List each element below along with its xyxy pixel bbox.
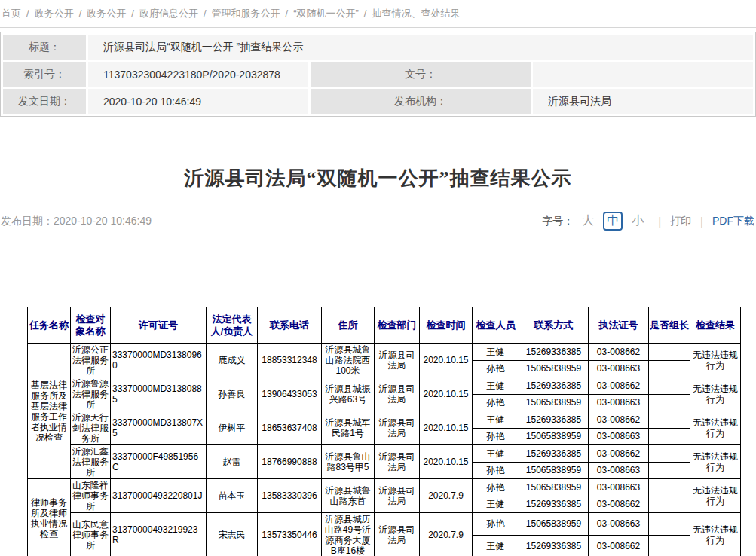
divider: | [658,215,661,228]
article-info-bar: 发布日期：2020-10-20 10:46:49 字号： 大 中 小 | 打印 … [0,212,756,246]
license-number-cell: 33370000MD31380960 [111,344,207,377]
license-number-cell: 33370000F49851956C [111,445,207,479]
is-leader-cell [649,411,690,429]
divider: | [700,215,703,228]
license-number-cell: 31370000493220801J [111,479,207,513]
inspector-name-cell: 王健 [473,496,519,513]
meta-value-doc-number [533,62,753,87]
department-cell: 沂源县司法局 [375,445,420,479]
department-cell: 沂源县司法局 [375,411,420,445]
document-meta-table: 标题： 沂源县司法局“双随机一公开 ”抽查结果公示 索引号： 113703230… [0,32,756,117]
inspector-cert-cell: 03-008662 [589,411,649,429]
font-size-large-button[interactable]: 大 [580,212,595,230]
is-leader-cell [649,428,690,445]
is-leader-cell [649,496,690,513]
result-cell: 无违法违规行为 [690,344,741,377]
inspector-contact-cell: 15269336385 [519,496,589,513]
column-header-2: 许可证号 [111,307,207,344]
publish-date-label: 发布日期： [1,215,54,227]
column-header-7: 检查时间 [420,307,473,344]
breadcrumb-link-double-random[interactable]: “双随机一公开” [293,8,359,19]
inspector-contact-cell: 15065838959 [519,513,589,536]
column-header-4: 联系电话 [258,307,322,344]
meta-label-agency: 发布机构： [311,89,531,114]
inspector-name-cell: 王健 [473,411,519,429]
result-cell: 无违法违规行为 [690,411,741,445]
task-name-cell: 基层法律服务所及基层法律服务工作者执业情况检查 [28,344,71,479]
address-cell: 沂源县城振兴路63号 [322,377,375,411]
inspector-contact-cell: 15065838959 [519,428,589,445]
inspector-name-cell: 孙艳 [473,394,519,411]
representative-cell: 伊树平 [207,411,258,445]
address-cell: 沂源县城历山路49号沂源商务大厦B座16楼 [322,513,375,556]
inspector-name-cell: 孙艳 [473,513,519,536]
is-leader-cell [649,445,690,463]
target-name-cell: 沂源鲁源法律服务所 [71,377,111,411]
is-leader-cell [649,479,690,496]
table-row: 沂源汇鑫法律服务所33370000F49851956C赵雷18766990888… [28,445,741,463]
result-cell: 无违法违规行为 [690,445,741,479]
meta-value-agency: 沂源县司法局 [533,89,753,114]
task-name-cell: 律师事务所及律师执业情况检查 [28,479,71,556]
table-row: 沂源天行剑法律服务所33370000MD313807X5伊树平186536374… [28,411,741,429]
breadcrumb-link-mgmt-service[interactable]: 管理和服务公开 [212,8,280,19]
inspector-contact-cell: 15065838959 [519,394,589,411]
meta-row-title: 标题： 沂源县司法局“双随机一公开 ”抽查结果公示 [3,35,753,60]
inspector-cert-cell: 03-008663 [589,428,649,445]
inspector-name-cell: 王健 [473,535,519,556]
inspector-cert-cell: 03-008662 [589,377,649,395]
target-name-cell: 沂源汇鑫法律服务所 [71,445,111,479]
address-cell: 沂源县城鲁山路东首 [322,479,375,513]
inspector-contact-cell: 15269336385 [519,411,589,429]
print-button[interactable]: 打印 [670,215,691,228]
breadcrumb-separator: / [26,8,29,19]
publish-date: 发布日期：2020-10-20 10:46:49 [0,215,152,228]
pdf-download-button[interactable]: PDF下载 [712,215,754,228]
result-cell: 无违法违规行为 [690,377,741,411]
department-cell: 沂源县司法局 [375,377,420,411]
table-row: 山东民意律师事务所31370000493219923R宋志民1357335044… [28,513,741,536]
column-header-1: 检查对象名称 [71,307,111,344]
column-header-3: 法定代表人/负责人 [207,307,258,344]
font-size-medium-button[interactable]: 中 [603,212,623,231]
table-header-row: 任务名称检查对象名称许可证号法定代表人/负责人联系电话住所检查部门检查时间检查人… [28,307,741,344]
breadcrumb-separator: / [286,8,289,19]
is-leader-cell [649,377,690,395]
inspector-contact-cell: 15269336385 [519,535,589,556]
is-leader-cell [649,513,690,536]
department-cell: 沂源县司法局 [375,344,420,377]
phone-cell: 18853312348 [258,344,322,377]
inspector-contact-cell: 15065838959 [519,462,589,479]
breadcrumb-link-info-disclosure[interactable]: 政府信息公开 [139,8,198,19]
is-leader-cell [649,344,690,361]
breadcrumb-link-zwgk1[interactable]: 政务公开 [35,8,74,19]
breadcrumb-link-spotcheck-results[interactable]: 抽查情况、查处结果 [372,8,460,19]
license-number-cell: 31370000493219923R [111,513,207,556]
target-name-cell: 山东民意律师事务所 [71,513,111,556]
meta-label-issue-date: 发文日期： [3,89,86,114]
target-name-cell: 山东隆祥律师事务所 [71,479,111,513]
column-header-11: 是否组长 [649,307,690,344]
meta-row-index: 索引号： 11370323004223180P/2020-2032878 文号： [3,62,753,87]
column-header-5: 住所 [322,307,375,344]
department-cell: 沂源县司法局 [375,513,420,556]
page-title: 沂源县司法局“双随机一公开”抽查结果公示 [0,165,756,191]
inspector-cert-cell: 03-008662 [589,445,649,463]
check-date-cell: 2020.10.15 [420,377,473,411]
is-leader-cell [649,535,690,556]
address-cell: 沂源县城鲁山路法院西100米 [322,344,375,377]
column-header-10: 执法证号 [589,307,649,344]
inspector-name-cell: 孙艳 [473,428,519,445]
breadcrumb-link-zwgk2[interactable]: 政务公开 [87,8,126,19]
meta-value-title: 沂源县司法局“双随机一公开 ”抽查结果公示 [88,35,753,60]
column-header-8: 检查人员 [473,307,519,344]
breadcrumb-link-home[interactable]: 首页 [2,8,21,19]
inspector-contact-cell: 15065838959 [519,479,589,496]
is-leader-cell [649,360,690,377]
meta-label-index: 索引号： [3,62,86,87]
font-size-small-button[interactable]: 小 [630,212,645,230]
target-name-cell: 沂源天行剑法律服务所 [71,411,111,445]
representative-cell: 赵雷 [207,445,258,479]
address-cell: 沂源县城军民路1号 [322,411,375,445]
check-date-cell: 2020.10.15 [420,445,473,479]
